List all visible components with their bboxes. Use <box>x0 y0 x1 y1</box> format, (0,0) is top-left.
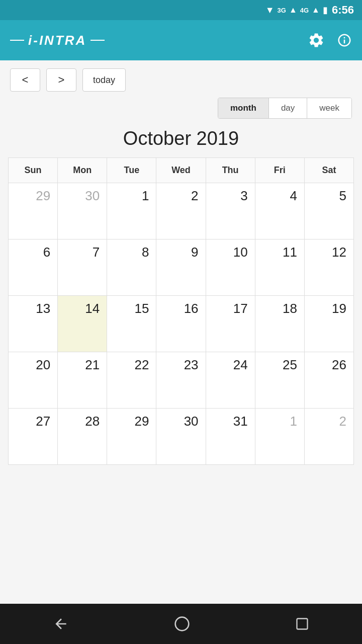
settings-button[interactable] <box>308 32 325 49</box>
wifi-icon: ▼ <box>265 5 275 16</box>
calendar-day-cell[interactable]: 20 <box>9 352 58 409</box>
calendar-day-cell[interactable]: 31 <box>206 409 255 465</box>
back-button[interactable] <box>53 616 69 632</box>
calendar-day-cell[interactable]: 30 <box>156 409 206 465</box>
calendar-day-cell[interactable]: 26 <box>304 352 353 409</box>
calendar-week-row: 6789101112 <box>9 239 354 296</box>
network-4g-label: 4G <box>300 7 309 14</box>
calendar-day-cell[interactable]: 29 <box>9 183 58 239</box>
calendar-week-row: 293012345 <box>9 183 354 239</box>
next-button[interactable]: > <box>46 68 76 92</box>
svg-point-0 <box>175 617 189 631</box>
calendar-day-cell[interactable]: 5 <box>304 183 353 239</box>
calendar-day-cell[interactable]: 13 <box>9 296 58 352</box>
calendar-day-cell[interactable]: 9 <box>156 239 206 296</box>
calendar-header-thu: Thu <box>206 158 255 183</box>
gear-icon <box>308 32 325 49</box>
week-view-button[interactable]: week <box>307 98 351 118</box>
calendar-day-cell[interactable]: 30 <box>58 183 107 239</box>
calendar-day-cell[interactable]: 15 <box>107 296 156 352</box>
calendar-day-cell[interactable]: 10 <box>206 239 255 296</box>
month-view-button[interactable]: month <box>218 98 269 118</box>
status-bar: ▼ 3G ▲ 4G ▲ ▮ 6:56 <box>0 0 362 20</box>
calendar-day-cell[interactable]: 7 <box>58 239 107 296</box>
calendar-header-row: SunMonTueWedThuFriSat <box>9 158 354 183</box>
app-bar-actions <box>308 32 352 49</box>
status-icons: ▼ 3G ▲ 4G ▲ ▮ <box>265 5 328 16</box>
month-title: October 2019 <box>0 123 362 157</box>
back-icon <box>53 616 69 632</box>
calendar-day-cell[interactable]: 4 <box>255 183 304 239</box>
logo-line-left <box>10 40 24 41</box>
bottom-nav <box>0 604 362 644</box>
battery-icon: ▮ <box>323 5 328 16</box>
home-icon <box>174 616 190 632</box>
calendar-day-cell[interactable]: 2 <box>304 409 353 465</box>
calendar-day-cell[interactable]: 2 <box>156 183 206 239</box>
calendar-header-sat: Sat <box>304 158 353 183</box>
calendar-header-mon: Mon <box>58 158 107 183</box>
calendar-day-cell[interactable]: 21 <box>58 352 107 409</box>
main-content: < > today month day week October 2019 Su… <box>0 60 362 604</box>
svg-rect-1 <box>297 619 308 629</box>
calendar-day-cell[interactable]: 6 <box>9 239 58 296</box>
day-view-button[interactable]: day <box>269 98 307 118</box>
calendar-day-cell[interactable]: 3 <box>206 183 255 239</box>
home-button[interactable] <box>174 616 190 632</box>
view-switcher-group: month day week <box>218 98 352 119</box>
info-button[interactable] <box>337 32 352 49</box>
calendar-header-fri: Fri <box>255 158 304 183</box>
calendar-day-cell[interactable]: 8 <box>107 239 156 296</box>
calendar-week-row: 272829303112 <box>9 409 354 465</box>
calendar-day-cell[interactable]: 19 <box>304 296 353 352</box>
calendar-day-cell[interactable]: 1 <box>255 409 304 465</box>
app-bar: i-INTRA <box>0 20 362 60</box>
calendar-table: SunMonTueWedThuFriSat 293012345678910111… <box>8 157 354 465</box>
calendar-day-cell[interactable]: 18 <box>255 296 304 352</box>
signal-icon-2: ▲ <box>312 6 320 15</box>
today-button[interactable]: today <box>82 68 126 92</box>
calendar-wrap: SunMonTueWedThuFriSat 293012345678910111… <box>0 157 362 465</box>
app-logo: i-INTRA <box>10 33 105 48</box>
calendar-day-cell[interactable]: 24 <box>206 352 255 409</box>
logo-text: i-INTRA <box>26 33 88 48</box>
calendar-day-cell[interactable]: 25 <box>255 352 304 409</box>
calendar-day-cell[interactable]: 11 <box>255 239 304 296</box>
calendar-day-cell[interactable]: 22 <box>107 352 156 409</box>
calendar-day-cell[interactable]: 29 <box>107 409 156 465</box>
calendar-day-cell[interactable]: 17 <box>206 296 255 352</box>
logo-line-right <box>90 40 105 41</box>
signal-icon-1: ▲ <box>289 6 297 15</box>
calendar-day-cell[interactable]: 23 <box>156 352 206 409</box>
calendar-week-row: 13141516171819 <box>9 296 354 352</box>
recent-icon <box>295 617 309 631</box>
prev-button[interactable]: < <box>10 68 40 92</box>
calendar-header-tue: Tue <box>107 158 156 183</box>
calendar-day-cell[interactable]: 14 <box>58 296 107 352</box>
calendar-header-wed: Wed <box>156 158 206 183</box>
info-icon <box>337 32 352 49</box>
status-time: 6:56 <box>332 4 354 17</box>
calendar-day-cell[interactable]: 27 <box>9 409 58 465</box>
view-switcher: month day week <box>0 98 362 123</box>
recent-button[interactable] <box>295 617 309 631</box>
calendar-day-cell[interactable]: 12 <box>304 239 353 296</box>
nav-row: < > today <box>0 68 362 98</box>
calendar-day-cell[interactable]: 1 <box>107 183 156 239</box>
network-3g-label: 3G <box>278 7 286 14</box>
calendar-day-cell[interactable]: 16 <box>156 296 206 352</box>
calendar-week-row: 20212223242526 <box>9 352 354 409</box>
calendar-day-cell[interactable]: 28 <box>58 409 107 465</box>
calendar-header-sun: Sun <box>9 158 58 183</box>
